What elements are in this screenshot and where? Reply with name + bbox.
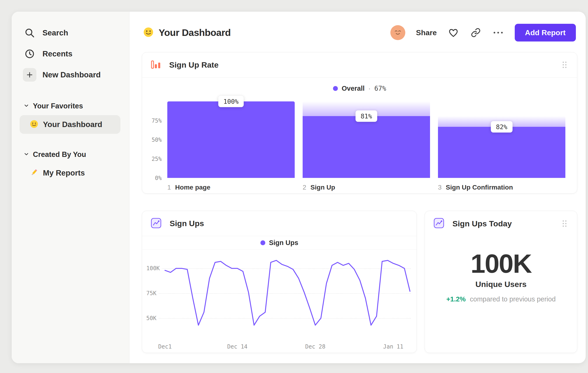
- line-chart-icon: [150, 218, 162, 230]
- favorites-section-header[interactable]: Your Favorites: [23, 98, 122, 114]
- created-by-you-section-title: Created By You: [33, 150, 86, 159]
- funnel-y-tick: 50%: [152, 137, 162, 143]
- dashboard-header: Your Dashboard Share: [142, 24, 577, 41]
- chevron-down-icon: [24, 103, 29, 109]
- funnel-bars: 100% 1 Home page 81%: [167, 98, 565, 191]
- funnel-chart-icon: [150, 59, 161, 71]
- signups-plot: 50K75K100K: [146, 253, 411, 340]
- signups-y-tick: 100K: [146, 265, 162, 272]
- sidebar-item-search[interactable]: Search: [23, 22, 122, 43]
- funnel-bar-solid: [303, 116, 430, 178]
- funnel-y-axis: 0%25%50%75%: [147, 98, 167, 178]
- funnel-value-tag: 82%: [491, 121, 513, 132]
- chevron-down-icon: [24, 151, 29, 158]
- signups-x-tick: Dec 14: [227, 343, 248, 350]
- favorites-section: Your Favorites Your Dashboard: [23, 98, 122, 134]
- signups-x-tick: Dec1: [158, 343, 172, 350]
- created-by-you-section: Created By You My Reports: [23, 147, 122, 182]
- funnel-bar-solid: [167, 101, 295, 178]
- funnel-card: Sign Up Rate Overall · 67% 0%25%50%75%: [142, 52, 577, 193]
- stat-card-header: Sign Ups Today: [425, 211, 577, 236]
- funnel-bar[interactable]: 81%: [303, 98, 430, 178]
- share-button[interactable]: Share: [416, 29, 437, 37]
- funnel-bar-solid: [438, 127, 565, 178]
- funnel-step-label: 2 Sign Up: [303, 184, 430, 191]
- link-icon: [471, 28, 481, 38]
- created-by-you-section-header[interactable]: Created By You: [23, 147, 122, 162]
- funnel-legend-separator: ·: [368, 85, 371, 92]
- search-icon: [23, 26, 36, 40]
- funnel-y-tick: 75%: [152, 118, 162, 124]
- sidebar-item-new-dashboard-label: New Dashboard: [42, 71, 101, 79]
- signups-line-path: [165, 260, 410, 325]
- drag-handle-icon[interactable]: [561, 220, 568, 228]
- page-title: Your Dashboard: [159, 27, 231, 38]
- stat-delta: +1.2%: [446, 295, 466, 303]
- funnel-step-label: 3 Sign Up Confirmation: [438, 184, 565, 191]
- signups-x-labels: Dec1Dec 14Dec 28Jan 11: [165, 343, 410, 354]
- funnel-y-tick: 25%: [152, 156, 162, 162]
- stat-comparison: +1.2% compared to previous period: [425, 295, 577, 303]
- funnel-value-tag: 81%: [356, 110, 377, 122]
- sidebar-item-recents-label: Recents: [42, 50, 72, 58]
- funnel-legend-name: Overall: [342, 85, 365, 92]
- sidebar-item-search-label: Search: [42, 29, 68, 37]
- heart-icon: [448, 27, 459, 38]
- title-group: Your Dashboard: [143, 27, 231, 38]
- stat-delta-note: compared to previous period: [470, 295, 556, 303]
- app-window: Search Recents New Dashboard: [12, 12, 586, 363]
- main-content: Your Dashboard Share: [129, 12, 586, 363]
- favorite-heart-button[interactable]: [448, 27, 459, 39]
- stat-card: Sign Ups Today 100K Unique Users +1.2%: [425, 211, 577, 353]
- cards-row: Sign Ups Sign Ups 50K75K100K Dec1Dec 14D…: [142, 211, 577, 353]
- copy-link-button[interactable]: [470, 27, 482, 39]
- sidebar-item-recents[interactable]: Recents: [23, 43, 122, 64]
- plus-icon: [23, 68, 36, 81]
- signups-card-title: Sign Ups: [170, 219, 407, 228]
- sidebar-item-your-dashboard-label: Your Dashboard: [43, 120, 102, 129]
- signups-line-svg: [165, 253, 410, 340]
- sidebar-item-my-reports-label: My Reports: [43, 169, 85, 177]
- sidebar-item-your-dashboard[interactable]: Your Dashboard: [20, 115, 120, 134]
- add-report-button[interactable]: Add Report: [515, 24, 576, 41]
- signups-legend-name: Sign Ups: [269, 239, 298, 247]
- sidebar-item-my-reports[interactable]: My Reports: [20, 164, 120, 182]
- relieved-face-icon: [393, 27, 403, 38]
- clock-icon: [23, 47, 36, 60]
- avatar[interactable]: [390, 25, 405, 40]
- stat-label: Unique Users: [425, 280, 577, 289]
- funnel-step-label: 1 Home page: [167, 184, 295, 191]
- funnel-legend-value: 67%: [374, 85, 386, 92]
- signups-chart-area[interactable]: [165, 253, 410, 340]
- signups-legend: Sign Ups: [142, 236, 417, 250]
- desktop-background: { "colors": { "purple": "#7856ff", "butt…: [0, 0, 588, 373]
- signups-card: Sign Ups Sign Ups 50K75K100K Dec1Dec 14D…: [142, 211, 417, 353]
- stat-body: 100K Unique Users +1.2% compared to prev…: [425, 236, 577, 303]
- stat-value: 100K: [425, 249, 577, 278]
- signups-x-tick: Dec 28: [305, 343, 326, 350]
- funnel-legend: Overall · 67%: [142, 84, 577, 93]
- smiley-face-icon: [30, 120, 38, 129]
- funnel-bar[interactable]: 82%: [438, 98, 565, 178]
- signups-y-tick: 50K: [146, 315, 158, 322]
- more-options-button[interactable]: [492, 27, 504, 39]
- funnel-card-title: Sign Up Rate: [169, 60, 554, 70]
- funnel-step-2: 81% 2 Sign Up: [303, 98, 430, 191]
- signups-x-tick: Jan 11: [383, 343, 403, 350]
- favorites-section-title: Your Favorites: [33, 102, 83, 110]
- ellipsis-icon: [493, 31, 504, 34]
- line-chart-icon: [433, 218, 444, 230]
- legend-dot: [333, 86, 338, 91]
- funnel-step-3: 82% 3 Sign Up Confirmation: [438, 98, 565, 191]
- smiley-face-icon: [143, 27, 154, 38]
- funnel-bar[interactable]: 100%: [167, 98, 295, 178]
- drag-handle-icon[interactable]: [561, 61, 568, 69]
- funnel-step-1: 100% 1 Home page: [167, 98, 295, 191]
- stat-card-title: Sign Ups Today: [452, 219, 554, 228]
- legend-dot: [260, 240, 265, 245]
- sidebar-item-new-dashboard[interactable]: New Dashboard: [23, 64, 122, 85]
- funnel-chart: 0%25%50%75% 100% 1 Home page: [147, 98, 565, 191]
- sidebar: Search Recents New Dashboard: [12, 12, 129, 363]
- funnel-value-tag: 100%: [218, 96, 244, 107]
- funnel-card-header: Sign Up Rate: [142, 52, 577, 78]
